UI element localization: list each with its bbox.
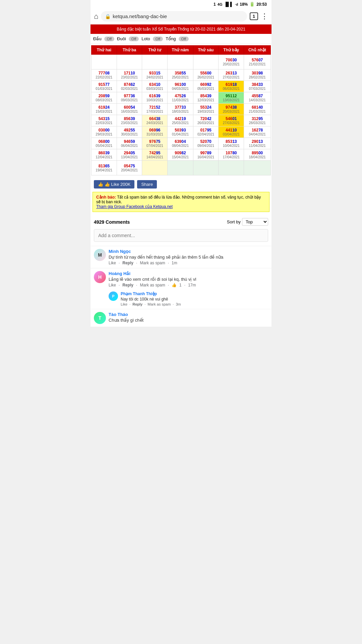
comment-body: Tào Tháo Chưa thấy gì chết	[109, 312, 268, 324]
table-cell	[142, 55, 168, 69]
table-cell: 0699631/03/2021	[142, 126, 168, 138]
lock-icon: 🔒	[105, 14, 111, 19]
comment-author[interactable]: Minh Ngọc	[109, 249, 268, 254]
comment-separator: ·	[168, 261, 169, 265]
comment-author[interactable]: Tào Tháo	[109, 312, 268, 317]
table-cell: 9767507/04/2021	[142, 138, 168, 149]
header-thu-nam: Thứ năm	[168, 46, 193, 55]
comment-input[interactable]	[94, 229, 268, 242]
sort-dropdown[interactable]: Top Newest	[242, 218, 268, 226]
comment-item: H Hoàng Hải Lảng lẽ vào xem cmt rồi đi s…	[90, 268, 272, 309]
home-icon[interactable]: ⌂	[94, 12, 98, 21]
table-cell: 6643824/03/2021	[142, 115, 168, 126]
avatar: M	[94, 249, 106, 261]
table-cell: 2940513/04/2021	[117, 149, 142, 161]
comment-separator: ·	[184, 283, 185, 287]
table-cell	[168, 161, 193, 175]
table-cell: 7215217/03/2021	[142, 104, 168, 115]
comment-spam-action[interactable]: Mark as spam	[140, 261, 165, 265]
comment-separator: ·	[136, 261, 137, 265]
table-cell: 6390408/04/2021	[168, 138, 193, 149]
table-cell: 8543912/03/2021	[193, 92, 219, 104]
comment-separator: ·	[168, 283, 169, 287]
comment-spam-action[interactable]: Mark as spam	[140, 283, 165, 287]
table-cell: 8603912/04/2021	[92, 149, 117, 161]
facebook-share-button[interactable]: Share	[137, 180, 157, 189]
table-cell	[168, 55, 193, 69]
lottery-table: Thứ hai Thứ ba Thứ tư Thứ năm Thứ sáu Th…	[91, 45, 271, 175]
comment-item: M Minh Ngọc Dự tính từ nay đến hết tháng…	[90, 246, 272, 268]
table-cell: 6814021/03/2021	[244, 104, 271, 115]
table-cell: 7429514/04/2021	[142, 149, 168, 161]
avatar: T	[94, 312, 106, 324]
warning-box: Cảnh báo: Tất cả spam bán số đều là lừa …	[93, 192, 269, 212]
table-cell: 3585525/02/2021	[168, 69, 193, 81]
table-cell: 1711023/02/2021	[117, 69, 142, 81]
nested-like-action[interactable]: Like	[121, 302, 127, 306]
table-cell: 6192415/03/2021	[92, 104, 117, 115]
comment-reply-action[interactable]: Reply	[122, 283, 133, 287]
table-cell: 5431522/03/2021	[92, 115, 117, 126]
main-content: Bảng đặc biệt tuần Xổ Số Truyền Thống từ…	[90, 24, 272, 327]
nested-comment: P Phạm Thanh Thiệp Nay tôi dc 100k nè vu…	[109, 289, 268, 306]
table-cell: 4411003/04/2021	[219, 126, 244, 138]
table-row: 7770822/02/2021 1711023/02/2021 9331524/…	[92, 69, 271, 81]
header-thu-ba: Thứ ba	[117, 46, 142, 55]
table-cell	[92, 55, 117, 69]
comment-actions: Like · Reply · Mark as spam · 1m	[109, 261, 268, 265]
like-label: 👍 Like 200K	[105, 182, 130, 187]
table-cell: 2631327/02/2021	[219, 69, 244, 81]
table-cell	[193, 161, 219, 175]
table-cell: 8746202/03/2021	[117, 81, 142, 92]
like-emoji-icon: 👍	[172, 283, 177, 287]
nested-reply-action[interactable]: Reply	[132, 302, 142, 306]
table-cell	[193, 55, 219, 69]
filter-duoi-toggle[interactable]: Off	[129, 37, 139, 41]
filter-dau-label: Đầu	[93, 36, 102, 41]
menu-dots-icon[interactable]: ⋮	[261, 12, 268, 21]
table-cell: 9978916/04/2021	[193, 149, 219, 161]
table-cell: 8531310/04/2021	[219, 138, 244, 149]
table-cell: 7770822/02/2021	[92, 69, 117, 81]
warning-link[interactable]: Tham gia Group Facebook của Ketqua.net	[96, 204, 173, 209]
nested-comment-time: 3m	[176, 302, 181, 306]
facebook-like-button[interactable]: 👍 👍 Like 200K	[94, 180, 134, 189]
table-row: 8136519/04/2021 0547520/04/2021	[92, 161, 271, 175]
filter-tong-toggle[interactable]: Off	[179, 37, 189, 41]
table-cell: 6163910/03/2021	[142, 92, 168, 104]
filter-loto-toggle[interactable]: Off	[153, 37, 163, 41]
table-cell	[244, 161, 271, 175]
nested-spam-action[interactable]: Mark as spam	[147, 302, 171, 306]
comment-like-action[interactable]: Like	[109, 283, 116, 287]
table-cell: 2085908/03/2021	[92, 92, 117, 104]
comment-author[interactable]: Hoàng Hải	[109, 271, 268, 276]
table-cell: 1078017/04/2021	[219, 149, 244, 161]
comment-time: 17m	[188, 283, 196, 287]
comment-author[interactable]: Phạm Thanh Thiệp	[121, 291, 268, 296]
table-cell: 5039301/04/2021	[168, 126, 193, 138]
comments-header: 4929 Comments Sort by Top Newest	[90, 215, 272, 229]
filter-loto-label: Loto	[141, 36, 150, 41]
address-bar[interactable]: 🔒 ketqua.net/bang-dac-bie	[101, 11, 247, 21]
filter-dau-toggle[interactable]: Off	[104, 37, 114, 41]
table-cell	[117, 55, 142, 69]
header-thu-bay: Thứ bảy	[219, 46, 244, 55]
table-cell: 9773609/03/2021	[117, 92, 142, 104]
thumbs-up-icon: 👍	[98, 182, 103, 187]
table-cell: 4558714/03/2021	[244, 92, 271, 104]
url-text: ketqua.net/bang-dac-bie	[113, 13, 167, 19]
table-row: 8603912/04/2021 2940513/04/2021 7429514/…	[92, 149, 271, 161]
table-cell: 5207009/04/2021	[193, 138, 219, 149]
comment-like-action[interactable]: Like	[109, 261, 116, 265]
signal-icon: ▐▌▌	[224, 2, 233, 7]
header-thu-sau: Thứ sáu	[193, 46, 219, 55]
comment-reply-action[interactable]: Reply	[122, 261, 133, 265]
tab-count-badge[interactable]: 1	[250, 12, 258, 20]
comment-item: T Tào Tháo Chưa thấy gì chết	[90, 309, 272, 327]
page-banner: Bảng đặc biệt tuần Xổ Số Truyền Thống từ…	[90, 24, 272, 34]
table-row: 2085908/03/2021 9773609/03/2021 6163910/…	[92, 92, 271, 104]
comment-text: Nay tôi dc 100k nè vui ghê	[121, 297, 268, 302]
comment-time: 1m	[172, 261, 177, 265]
table-cell: 9331524/02/2021	[142, 69, 168, 81]
table-cell	[219, 161, 244, 175]
